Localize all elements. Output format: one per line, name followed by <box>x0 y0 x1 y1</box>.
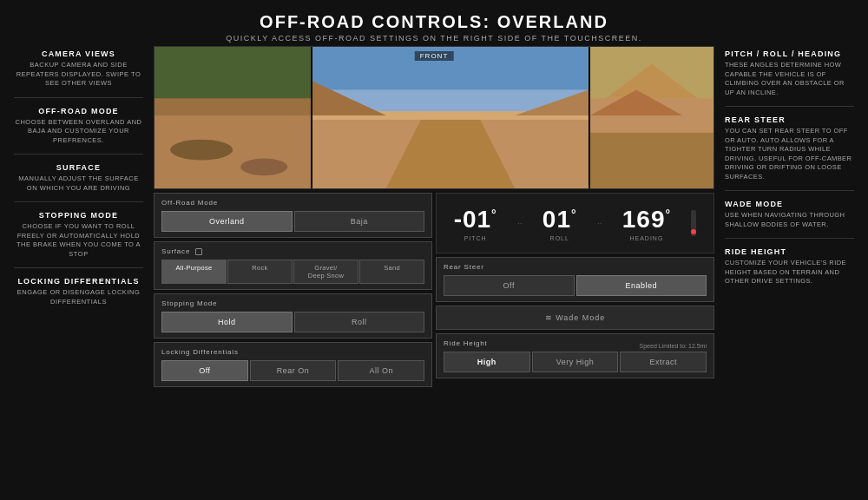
roll-number-text: 01 <box>542 206 571 233</box>
sidebar-label-camera-views: CAMERA VIEWS <box>14 49 143 58</box>
sidebar-label-surface: SURFACE <box>14 163 143 172</box>
camera-view: FRONT <box>154 46 714 189</box>
off-road-mode-btn-group: Overland Baja <box>161 211 424 232</box>
indicator-bar <box>691 210 696 236</box>
pitch-number-text: -01 <box>454 206 491 233</box>
page-title: OFF-ROAD CONTROLS: OVERLAND <box>0 12 868 32</box>
camera-left-panel <box>155 47 311 188</box>
sidebar-section-off-road-mode: OFF-ROAD MODE CHOOSE BETWEEN OVERLAND AN… <box>14 107 143 146</box>
main-content: CAMERA VIEWS BACKUP CAMERA AND SIDE REPE… <box>0 46 868 500</box>
btn-very-high[interactable]: Very High <box>532 352 619 372</box>
right-divider-1 <box>725 106 854 107</box>
right-desc-ride-height: CUSTOMIZE YOUR VEHICLE'S RIDE HEIGHT BAS… <box>725 259 854 286</box>
btn-hold[interactable]: Hold <box>161 312 293 332</box>
ride-height-block: Ride Height Speed Limited to: 12.5mi Hig… <box>436 333 714 378</box>
divider-2 <box>14 154 143 155</box>
stopping-mode-btn-group: Hold Roll <box>161 312 424 332</box>
sidebar-desc-locking-diff: ENGAGE OR DISENGAGE LOCKING DIFFERENTIAL… <box>14 288 143 306</box>
right-label-wade: WADE MODE <box>725 200 854 208</box>
surface-btn-group: All-Purpose Rock Gravel/Deep Snow Sand <box>161 260 424 284</box>
svg-rect-14 <box>590 133 713 188</box>
controls-right: -01° PITCH ·· 01° ROLL ·· <box>436 193 714 493</box>
btn-gravel[interactable]: Gravel/Deep Snow <box>293 260 358 284</box>
divider-3 <box>14 201 143 202</box>
sidebar-label-off-road-mode: OFF-ROAD MODE <box>14 107 143 115</box>
locking-diff-label: Locking Differentials <box>161 348 424 356</box>
btn-steer-off[interactable]: Off <box>444 275 575 296</box>
btn-diff-off[interactable]: Off <box>161 360 248 381</box>
sidebar-label-locking-diff: LOCKING DIFFERENTIALS <box>14 277 143 286</box>
locking-diff-btn-group: Off Rear On All On <box>161 360 424 381</box>
right-desc-rear-steer: YOU CAN SET REAR STEER TO OFF OR AUTO. A… <box>725 127 854 181</box>
ride-height-btn-group: High Very High Extract <box>444 352 707 372</box>
btn-baja[interactable]: Baja <box>294 211 425 232</box>
ride-height-speed: Speed Limited to: 12.5mi <box>640 343 707 349</box>
header: OFF-ROAD CONTROLS: OVERLAND QUICKLY ACCE… <box>0 0 868 46</box>
rear-steer-block: Rear Steer Off Enabled <box>436 257 714 302</box>
right-divider-3 <box>725 238 854 239</box>
btn-all-on[interactable]: All On <box>338 360 424 381</box>
divider-1 <box>14 97 143 98</box>
stopping-mode-block: Stopping Mode Hold Roll <box>154 293 432 339</box>
roll-value: 01° ROLL <box>542 206 577 241</box>
sidebar-section-camera-views: CAMERA VIEWS BACKUP CAMERA AND SIDE REPE… <box>14 49 143 89</box>
roll-number: 01° <box>542 206 577 234</box>
btn-all-purpose[interactable]: All-Purpose <box>161 260 227 284</box>
right-section-rear-steer: REAR STEER YOU CAN SET REAR STEER TO OFF… <box>725 115 854 181</box>
surface-icon <box>195 248 202 255</box>
center-panel: FRONT <box>150 46 718 493</box>
btn-steer-enabled[interactable]: Enabled <box>576 275 707 296</box>
right-label-pitch: PITCH / ROLL / HEADING <box>725 49 854 58</box>
sidebar-section-stopping-mode: STOPPING MODE CHOOSE IF YOU WANT TO ROLL… <box>14 211 143 259</box>
ride-height-header: Ride Height Speed Limited to: 12.5mi <box>444 339 707 352</box>
svg-point-4 <box>240 158 287 175</box>
sep-2: ·· <box>597 219 602 228</box>
sidebar-desc-camera-views: BACKUP CAMERA AND SIDE REPEATERS DISPLAY… <box>14 61 143 89</box>
btn-sand[interactable]: Sand <box>359 260 424 284</box>
off-road-mode-label: Off-Road Mode <box>161 199 424 207</box>
heading-number: 169° <box>622 206 671 234</box>
wade-mode-button[interactable]: ≋ Wade Mode <box>436 306 714 330</box>
off-road-mode-block: Off-Road Mode Overland Baja <box>154 193 432 238</box>
svg-point-3 <box>170 140 233 161</box>
ride-height-label: Ride Height <box>444 339 488 347</box>
camera-front-label: FRONT <box>415 51 454 61</box>
surface-block: Surface All-Purpose Rock Gravel/Deep Sno… <box>154 241 432 290</box>
right-desc-pitch: THESE ANGLES DETERMINE HOW CAPABLE THE V… <box>725 61 854 97</box>
btn-overland[interactable]: Overland <box>161 211 293 232</box>
heading-number-text: 169 <box>622 206 666 233</box>
sidebar-section-surface: SURFACE MANUALLY ADJUST THE SURFACE ON W… <box>14 163 143 193</box>
sidebar-desc-surface: MANUALLY ADJUST THE SURFACE ON WHICH YOU… <box>14 174 143 193</box>
indicator-dot <box>691 229 696 234</box>
rear-steer-btn-group: Off Enabled <box>444 275 707 296</box>
btn-extract[interactable]: Extract <box>620 352 707 372</box>
pitch-display: -01° PITCH ·· 01° ROLL ·· <box>436 193 714 253</box>
btn-roll[interactable]: Roll <box>294 312 425 332</box>
heading-label: HEADING <box>622 235 671 241</box>
left-sidebar: CAMERA VIEWS BACKUP CAMERA AND SIDE REPE… <box>7 46 150 493</box>
sidebar-desc-stopping-mode: CHOOSE IF YOU WANT TO ROLL FREELY OR AUT… <box>14 222 143 259</box>
right-section-ride-height: RIDE HEIGHT CUSTOMIZE YOUR VEHICLE'S RID… <box>725 247 854 286</box>
pitch-label: PITCH <box>454 235 497 241</box>
right-section-wade: WADE MODE USE WHEN NAVIGATING THROUGH SH… <box>725 200 854 229</box>
rear-steer-label: Rear Steer <box>444 263 707 271</box>
controls-lower: Off-Road Mode Overland Baja Surface <box>154 193 714 493</box>
right-label-rear-steer: REAR STEER <box>725 115 854 124</box>
btn-high[interactable]: High <box>444 352 530 372</box>
sidebar-desc-off-road-mode: CHOOSE BETWEEN OVERLAND AND BAJA AND CUS… <box>14 118 143 146</box>
right-label-ride-height: RIDE HEIGHT <box>725 247 854 256</box>
roll-label: ROLL <box>542 235 577 241</box>
sidebar-label-stopping-mode: STOPPING MODE <box>14 211 143 220</box>
sidebar-section-locking-diff: LOCKING DIFFERENTIALS ENGAGE OR DISENGAG… <box>14 277 143 306</box>
heading-deg: ° <box>665 207 671 220</box>
btn-rock[interactable]: Rock <box>227 260 293 284</box>
surface-label: Surface <box>161 247 424 255</box>
camera-center-panel <box>312 47 589 188</box>
stopping-mode-label: Stopping Mode <box>161 299 424 307</box>
page: OFF-ROAD CONTROLS: OVERLAND QUICKLY ACCE… <box>0 0 868 500</box>
btn-rear-on[interactable]: Rear On <box>250 360 337 381</box>
pitch-number: -01° <box>454 206 497 234</box>
sep-1: ·· <box>517 219 523 228</box>
right-divider-2 <box>725 190 854 191</box>
heading-value: 169° HEADING <box>622 206 671 241</box>
